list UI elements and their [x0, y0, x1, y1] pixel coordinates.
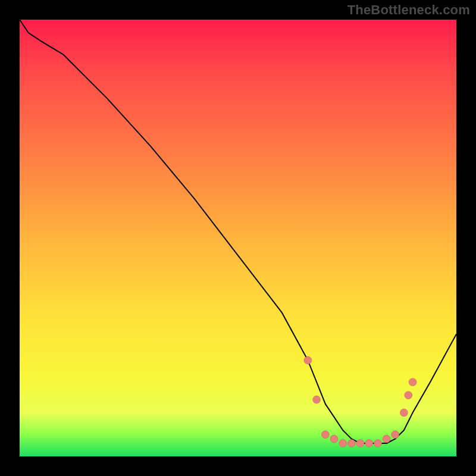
marker-dot: [321, 431, 329, 439]
marker-dot: [330, 435, 338, 443]
marker-dot: [400, 409, 408, 416]
marker-dot: [374, 440, 381, 447]
marker-dot: [392, 431, 399, 439]
marker-dot: [405, 392, 412, 399]
marker-dot: [313, 396, 321, 403]
chart-svg: [20, 20, 456, 456]
marker-dot: [383, 435, 390, 443]
plot-area: [20, 20, 456, 456]
marker-dot: [356, 440, 364, 447]
bottleneck-curve-line: [20, 20, 456, 443]
marker-dot: [304, 356, 312, 364]
marker-group: [304, 356, 416, 447]
watermark-text: TheBottleneck.com: [347, 2, 470, 18]
marker-dot: [347, 440, 355, 447]
chart-frame: TheBottleneck.com: [0, 0, 476, 476]
marker-dot: [409, 378, 416, 386]
marker-dot: [365, 440, 373, 447]
marker-dot: [339, 440, 347, 447]
